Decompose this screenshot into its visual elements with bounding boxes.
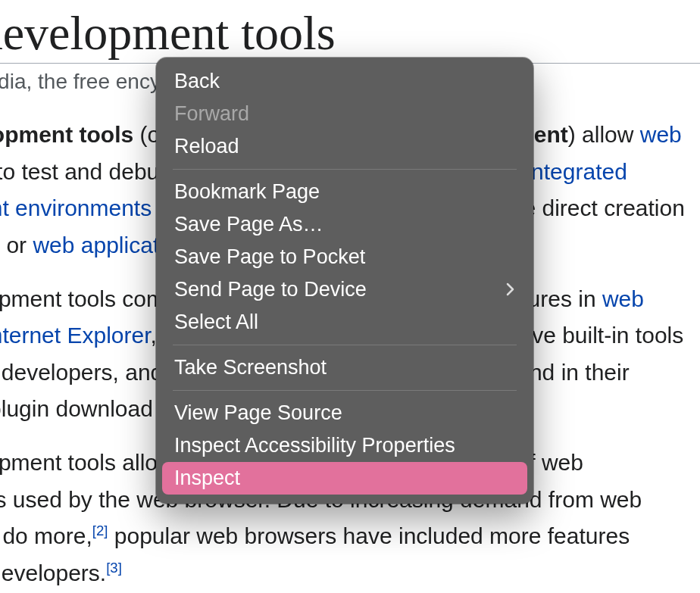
menu-item-label: Inspect Accessibility Properties — [174, 435, 455, 456]
reference-3[interactable]: [3] — [106, 560, 122, 576]
menu-item-take-screenshot[interactable]: Take Screenshot — [162, 351, 527, 384]
menu-item-inspect[interactable]: Inspect — [162, 462, 527, 495]
menu-item-inspect-accessibility[interactable]: Inspect Accessibility Properties — [162, 429, 527, 462]
menu-item-label: Inspect — [174, 468, 240, 488]
menu-item-forward: Forward — [162, 98, 527, 130]
menu-item-back[interactable]: Back — [162, 65, 527, 98]
menu-item-label: View Page Source — [174, 403, 342, 423]
menu-item-label: Forward — [174, 104, 249, 124]
viewport: Web development tools From Wikipedia, th… — [0, 0, 700, 593]
menu-item-save-page-as[interactable]: Save Page As… — [162, 208, 527, 241]
reference-2[interactable]: [2] — [92, 523, 108, 538]
menu-item-label: Bookmark Page — [174, 182, 320, 202]
chevron-right-icon — [506, 281, 515, 299]
menu-divider — [173, 345, 517, 345]
menu-item-label: Reload — [174, 136, 239, 157]
menu-item-view-page-source[interactable]: View Page Source — [162, 397, 527, 429]
menu-item-label: Select All — [174, 312, 258, 332]
menu-item-label: Back — [174, 71, 220, 92]
menu-item-send-to-device[interactable]: Send Page to Device — [162, 273, 527, 306]
menu-item-label: Save Page to Pocket — [174, 247, 365, 267]
bold-term-devtools: Web development tools — [0, 122, 133, 147]
menu-item-label: Save Page As… — [174, 214, 323, 235]
link-internet-explorer[interactable]: Internet Explorer — [0, 323, 151, 348]
menu-item-label: Send Page to Device — [174, 279, 367, 300]
menu-item-select-all[interactable]: Select All — [162, 306, 527, 339]
menu-divider — [173, 390, 517, 391]
menu-item-bookmark-page[interactable]: Bookmark Page — [162, 176, 527, 208]
menu-item-label: Take Screenshot — [174, 357, 327, 378]
menu-divider — [173, 169, 517, 170]
menu-item-save-to-pocket[interactable]: Save Page to Pocket — [162, 241, 527, 273]
menu-item-reload[interactable]: Reload — [162, 130, 527, 163]
page-title: Web development tools — [0, 8, 700, 64]
context-menu: Back Forward Reload Bookmark Page Save P… — [156, 58, 533, 504]
text: ) allow — [568, 122, 640, 147]
